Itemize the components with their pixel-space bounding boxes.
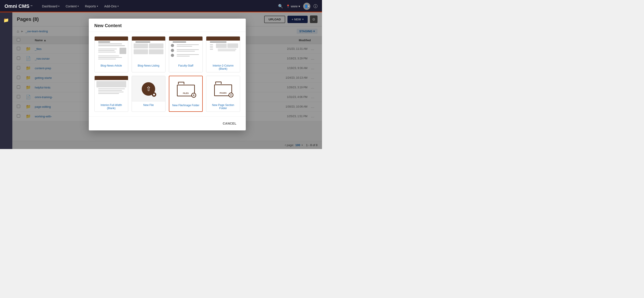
main-area: 📁 Pages (8) UPLOAD + NEW ▾ ⚙ ⌂ ► _uw-tea…	[0, 12, 322, 149]
card-label-new-file-image-folder: New File/Image Folder	[169, 102, 202, 109]
card-label-new-page-section-folder: New Page Section Folder	[206, 102, 240, 112]
card-blog-news-article[interactable]: Blog-News-Article	[94, 36, 128, 72]
nav-addons-label: Add-Ons	[104, 4, 116, 8]
pages-folder-icon: PAGES +	[214, 82, 232, 96]
help-icon[interactable]: ⓘ	[314, 3, 318, 9]
card-new-file[interactable]: ⇧ New File	[132, 76, 166, 112]
modal-footer: CANCEL	[89, 116, 246, 130]
content-area: Pages (8) UPLOAD + NEW ▾ ⚙ ⌂ ► _uw-team-…	[12, 12, 322, 149]
nav-item-content[interactable]: Content ▾	[63, 3, 82, 9]
card-preview-new-file-image-folder: FILES +	[169, 76, 202, 102]
nav-item-reports[interactable]: Reports ▾	[82, 3, 101, 9]
card-preview-interior-full-width	[95, 76, 128, 102]
www-label: www	[291, 4, 298, 8]
card-blog-news-listing[interactable]: Blog-News-Listing	[132, 36, 166, 72]
card-label-interior-full-width: Interior-Full-Width (Blank)	[95, 102, 128, 112]
sidebar-files-icon[interactable]: 📁	[2, 16, 11, 25]
card-label-new-file: New File	[132, 102, 165, 108]
logo-trademark: ™	[30, 5, 32, 7]
card-label-blog-news-listing: Blog-News-Listing	[132, 62, 165, 69]
sidebar: 📁	[0, 12, 12, 149]
logo-omni: Omni CMS	[4, 3, 29, 9]
nav-item-dashboard[interactable]: Dashboard ▾	[39, 3, 62, 9]
card-preview-new-file: ⇧	[132, 76, 165, 102]
modal-header: New Content	[89, 18, 246, 32]
nav-right-actions: 🔍 📍 www ▾ 👤 ▾ ⓘ	[278, 3, 318, 10]
card-preview-blog-news-article	[95, 36, 128, 62]
files-folder-icon: FILES +	[177, 82, 195, 96]
nav-dashboard-arrow: ▾	[58, 5, 60, 7]
site-selector[interactable]: 📍 www ▾	[286, 4, 300, 8]
nav-dashboard-label: Dashboard	[42, 4, 58, 8]
nav-addons-arrow: ▾	[118, 5, 118, 7]
modal-body: Blog-News-Article	[89, 32, 246, 116]
card-interior-full-width[interactable]: Interior-Full-Width (Blank)	[94, 76, 128, 112]
top-navigation: Omni CMS™ Dashboard ▾ Content ▾ Reports …	[0, 0, 322, 12]
card-label-blog-news-article: Blog-News-Article	[95, 62, 128, 69]
card-preview-faculty-staff	[169, 36, 202, 62]
search-icon[interactable]: 🔍	[278, 4, 283, 9]
nav-reports-arrow: ▾	[97, 5, 98, 7]
user-avatar[interactable]: 👤 ▾	[303, 3, 310, 10]
nav-content-label: Content	[66, 4, 77, 8]
nav-content-arrow: ▾	[78, 5, 79, 7]
card-preview-blog-news-listing	[132, 36, 165, 62]
card-label-faculty-staff: Faculty-Staff	[169, 62, 202, 69]
new-content-modal: New Content	[89, 18, 246, 130]
modal-overlay: New Content	[12, 12, 322, 149]
nav-reports-label: Reports	[85, 4, 96, 8]
map-pin-icon: 📍	[286, 4, 290, 8]
avatar-icon: 👤	[304, 4, 308, 8]
card-new-page-section-folder[interactable]: PAGES + New Page Section Folder	[206, 76, 240, 112]
card-interior-2col[interactable]: Interior-2-Column (Blank)	[206, 36, 240, 72]
cancel-button[interactable]: CANCEL	[219, 120, 240, 127]
modal-title: New Content	[94, 23, 240, 28]
card-label-interior-2col: Interior-2-Column (Blank)	[206, 62, 240, 72]
site-selector-arrow: ▾	[298, 4, 300, 8]
card-preview-new-page-section-folder: PAGES +	[206, 76, 240, 102]
card-faculty-staff[interactable]: Faculty-Staff	[169, 36, 203, 72]
app-logo[interactable]: Omni CMS™	[4, 3, 32, 9]
card-preview-interior-2col	[206, 36, 240, 62]
card-new-file-image-folder[interactable]: FILES + New File/Image Folder	[169, 76, 203, 112]
avatar-arrow: ▾	[308, 5, 309, 7]
nav-item-addons[interactable]: Add-Ons ▾	[102, 3, 121, 9]
nav-menu: Dashboard ▾ Content ▾ Reports ▾ Add-Ons …	[39, 3, 278, 9]
